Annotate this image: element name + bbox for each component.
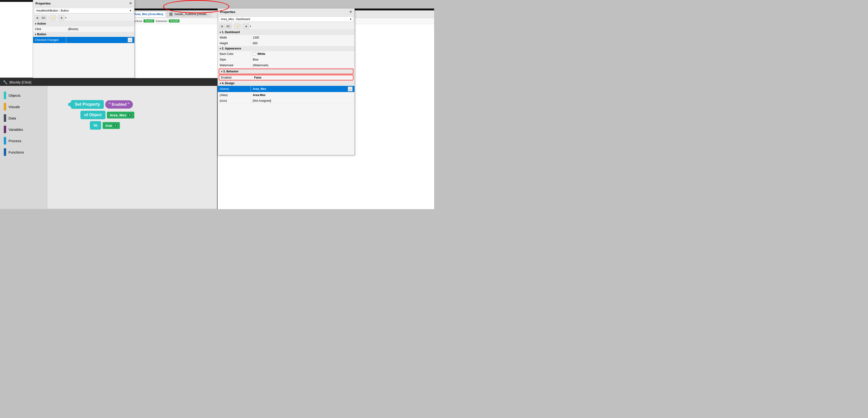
right-sort-az-btn[interactable]: AZ↓ <box>226 24 231 29</box>
variables-color <box>4 126 6 133</box>
alias-value[interactable]: Area-Mes <box>251 92 354 98</box>
dashboard-chevron: ▾ <box>220 31 221 34</box>
width-label: Width <box>218 35 251 40</box>
left-panel-title: Properties <box>35 2 51 5</box>
subsector-label: Subsector <box>156 20 167 23</box>
checked-changed-label: Checked Changed <box>33 37 66 43</box>
true-value-text: true <box>105 123 112 127</box>
right-lightning-btn[interactable]: ⚡ <box>235 24 240 29</box>
blockly-panel: 🔧 Blockly [Click] Objects Visuals Data V… <box>0 78 218 209</box>
detalle-label: Detalle_Auditoria [Detalle... <box>175 12 209 16</box>
left-panel-dropdown[interactable]: AreaMonthButton : Button ▾ <box>34 8 133 13</box>
process-color <box>4 137 6 145</box>
left-dropdown-arrow: ▾ <box>130 9 131 12</box>
back-color-row: Back Color White <box>218 51 354 57</box>
open-quote: " <box>108 102 111 107</box>
to-block[interactable]: to <box>90 121 101 130</box>
checked-changed-ellipsis[interactable]: ... <box>128 38 132 42</box>
area-mes-block[interactable]: Area_Mes ▾ <box>107 112 134 119</box>
style-value[interactable]: Blue <box>251 57 354 62</box>
blockly-canvas: Set Property " Enabled " of Object Area_… <box>47 86 217 208</box>
category-objects[interactable]: Objects <box>0 90 47 101</box>
right-grid-view-btn[interactable]: ⊞ <box>219 24 225 29</box>
gear-btn[interactable]: ⚙ <box>59 15 64 20</box>
area-mes-dropdown-arrow[interactable]: ▾ <box>128 114 131 117</box>
appearance-section-header[interactable]: ▾ 2. Appearance <box>218 46 354 51</box>
right-panel-dropdown[interactable]: Area_Mes : Dashboard ▾ <box>219 16 353 22</box>
left-dropdown-value: AreaMonthButton : Button <box>36 9 69 12</box>
back-color-label: Back Color <box>218 51 251 57</box>
appearance-section-label: 2. Appearance <box>222 47 241 50</box>
left-panel-close[interactable]: ✕ <box>129 1 132 5</box>
action-section-header[interactable]: ▾ Action <box>33 21 134 26</box>
visuals-color <box>4 103 6 111</box>
watermark-value[interactable]: (Watermark) <box>251 62 354 68</box>
enabled-string-block[interactable]: " Enabled " <box>105 100 133 109</box>
enabled-label: Enabled <box>219 75 252 80</box>
checked-changed-row[interactable]: Checked Changed ... <box>33 37 134 43</box>
height-row: Height 600 <box>218 40 354 46</box>
blockly-body: Objects Visuals Data Variables Process F… <box>0 86 217 208</box>
toolbar-sep-1 <box>48 16 49 20</box>
blockly-title: Blockly [Click] <box>9 80 31 84</box>
of-object-block[interactable]: of Object <box>81 111 105 119</box>
sort-az-btn[interactable]: AZ↓ <box>41 15 47 20</box>
name-ellipsis[interactable]: ... <box>348 87 352 91</box>
button-chevron: ▾ <box>35 33 36 36</box>
blockly-header: 🔧 Blockly [Click] <box>0 79 217 86</box>
set-property-row: Set Property " Enabled " <box>71 100 134 109</box>
icon-value[interactable]: [Not Assigned] <box>251 98 354 103</box>
alias-label: (Alias) <box>218 92 251 98</box>
right-dropdown-arrow: ▾ <box>350 18 351 21</box>
category-functions[interactable]: Functions <box>0 146 47 158</box>
toolbar-sep-2 <box>57 16 57 20</box>
category-variables[interactable]: Variables <box>0 124 47 135</box>
back-color-text: White <box>257 52 265 56</box>
grid-view-btn[interactable]: ⊞ <box>34 15 40 20</box>
watermark-row: Watermark (Watermark) <box>218 62 354 68</box>
name-label: (Name) <box>218 86 251 92</box>
right-panel-close[interactable]: ✕ <box>349 10 352 14</box>
back-color-value[interactable]: White <box>251 51 354 57</box>
name-row[interactable]: (Name) Area_Mes ... <box>218 86 354 92</box>
right-panel-header: Properties ✕ <box>218 8 354 16</box>
design-section-header[interactable]: ▾ 4. Design <box>218 81 354 86</box>
button-section-header[interactable]: ▾ Button <box>33 32 134 37</box>
behavior-section-header[interactable]: ▾ 3. Behavior <box>219 69 353 74</box>
click-row: Click (Blocks) <box>33 26 134 32</box>
category-visuals[interactable]: Visuals <box>0 101 47 112</box>
tab-detalle-auditoria[interactable]: Detalle_Auditoria [Detalle... <box>167 11 211 17</box>
lightning-btn[interactable]: ⚡ <box>50 15 56 20</box>
appearance-chevron: ▾ <box>220 47 221 50</box>
category-data[interactable]: Data <box>0 112 47 124</box>
behavior-chevron: ▾ <box>221 70 222 73</box>
blockly-sidebar: Objects Visuals Data Variables Process F… <box>0 86 47 208</box>
width-value[interactable]: 1200 <box>251 35 354 40</box>
button-label: Button <box>37 33 46 36</box>
set-property-block[interactable]: Set Property <box>71 100 104 109</box>
objects-color <box>4 92 6 99</box>
enabled-value[interactable]: False <box>252 75 353 80</box>
true-dropdown-arrow[interactable]: ▾ <box>114 124 117 127</box>
dashboard-section-label: 1. Dashboard <box>222 31 240 34</box>
blockly-icon: 🔧 <box>3 80 7 85</box>
of-object-text: of Object <box>84 113 102 117</box>
click-value[interactable]: (Blocks) <box>66 26 134 32</box>
functions-color <box>4 148 6 156</box>
data-label: Data <box>8 116 16 120</box>
right-gear-btn[interactable]: ⚙ <box>243 24 249 29</box>
dashboard-section-header[interactable]: ▾ 1. Dashboard <box>218 30 354 35</box>
variables-label: Variables <box>8 127 23 131</box>
design-section-label: 4. Design <box>222 82 234 85</box>
close-quote: " <box>127 102 130 107</box>
icon-row: (Icon) [Not Assigned] <box>218 98 354 103</box>
height-label: Height <box>218 40 251 46</box>
area-mes-label: Area_Mes [Area-Mes] <box>134 12 163 16</box>
to-text: to <box>94 123 97 127</box>
objects-label: Objects <box>8 93 21 97</box>
design-chevron: ▾ <box>220 82 221 85</box>
true-block[interactable]: true ▾ <box>103 122 120 129</box>
category-process[interactable]: Process <box>0 135 47 146</box>
height-value[interactable]: 600 <box>251 40 354 46</box>
right-toolbar-sep-2 <box>242 24 242 28</box>
